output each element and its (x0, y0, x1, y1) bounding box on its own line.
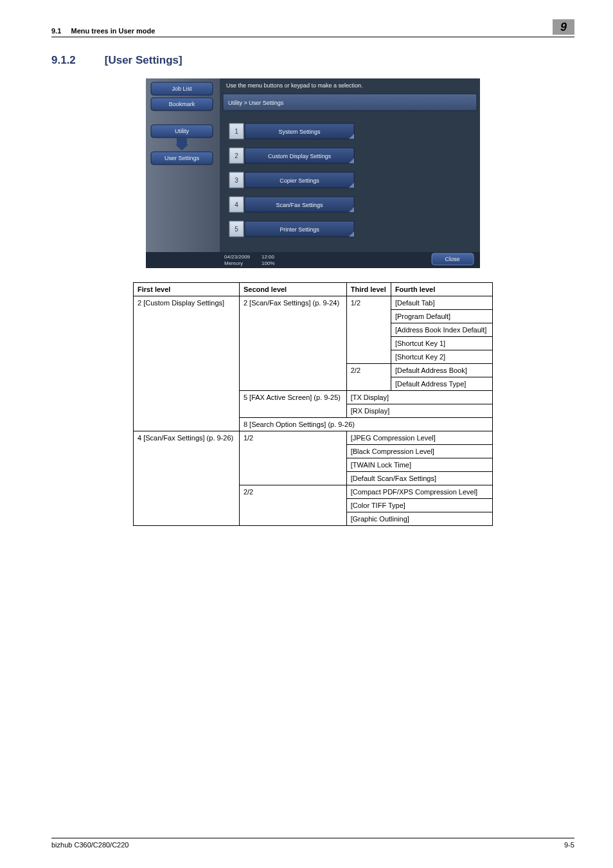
svg-text:Job List: Job List (172, 86, 192, 92)
tab-bookmark[interactable]: Bookmark (151, 98, 213, 111)
breadcrumb: Utility > User Settings (228, 100, 284, 106)
svg-rect-9 (177, 138, 187, 145)
cell-third-a: [Default Tab] (391, 296, 492, 310)
section-heading: 9.1.2 [User Settings] (51, 54, 574, 67)
cell-third-d: [Shortcut Key 1] (391, 337, 492, 350)
svg-text:5: 5 (235, 226, 238, 233)
cell-third-c: [Address Book Index Default] (391, 323, 492, 337)
svg-rect-38 (146, 252, 480, 268)
footer-left: bizhub C360/C280/C220 (51, 841, 129, 849)
cell-second-1: 2 [Scan/Fax Settings] (p. 9-24) (239, 296, 346, 391)
svg-text:Bookmark: Bookmark (169, 101, 195, 107)
cell-first-2: 4 [Scan/Fax Settings] (p. 9-26) (134, 431, 240, 526)
svg-text:Printer Settings: Printer Settings (280, 226, 319, 233)
cell-second-2: 5 [FAX Active Screen] (p. 9-25) (239, 391, 346, 418)
chapter-badge: 9 (553, 19, 574, 35)
th-fourth: Fourth level (391, 283, 492, 296)
cell-4f: [Color TIFF Type] (346, 499, 492, 512)
th-second: Second level (239, 283, 346, 296)
cell-rx: [RX Display] (346, 404, 492, 418)
menu-item-2[interactable]: 2Custom Display Settings (229, 148, 354, 163)
cell-4c: [TWAIN Lock Time] (346, 458, 492, 472)
cell-third-f: [Default Address Book] (391, 364, 492, 377)
svg-text:Custom Display Settings: Custom Display Settings (268, 153, 332, 159)
footer-date: 04/23/2009 (224, 254, 251, 260)
th-first: First level (134, 283, 240, 296)
footer-mem-label: Memory (224, 260, 243, 266)
cell-second-page1: 1/2 (239, 431, 346, 485)
cell-third-page2: 2/2 (346, 364, 391, 391)
footer-time: 12:00 (262, 254, 275, 260)
menu-item-3[interactable]: 3Copier Settings (229, 172, 354, 188)
close-button[interactable]: Close (432, 253, 474, 265)
cell-4d: [Default Scan/Fax Settings] (346, 472, 492, 485)
tab-job-list[interactable]: Job List (151, 82, 213, 95)
svg-text:System Settings: System Settings (278, 129, 321, 135)
section-title: [User Settings] (105, 54, 182, 66)
svg-text:2: 2 (235, 152, 238, 159)
page-footer: bizhub C360/C280/C220 9-5 (51, 838, 574, 849)
cell-4e: [Compact PDF/XPS Compression Level] (346, 485, 492, 499)
cell-4b: [Black Compression Level] (346, 445, 492, 458)
th-third: Third level (346, 283, 391, 296)
cell-third-b: [Program Default] (391, 310, 492, 323)
menu-item-4[interactable]: 4Scan/Fax Settings (229, 197, 354, 212)
header-section-title: Menu trees in User mode (71, 27, 155, 35)
cell-third-e: [Shortcut Key 2] (391, 350, 492, 364)
hint-text: Use the menu buttons or keypad to make a… (226, 82, 363, 89)
tab-user-settings[interactable]: User Settings (151, 152, 213, 165)
cell-tx: [TX Display] (346, 391, 492, 404)
section-number: 9.1.2 (51, 54, 102, 67)
svg-text:3: 3 (235, 177, 238, 184)
utility-screenshot: Use the menu buttons or keypad to make a… (146, 78, 480, 268)
cell-4g: [Graphic Outlining] (346, 512, 492, 526)
svg-text:Copier Settings: Copier Settings (280, 177, 319, 184)
svg-text:1: 1 (235, 128, 238, 135)
cell-third-g: [Default Address Type] (391, 377, 492, 391)
cell-4a: [JPEG Compression Level] (346, 431, 492, 445)
page-header: 9.1 Menu trees in User mode 9 (51, 19, 574, 37)
svg-text:Close: Close (445, 256, 459, 262)
cell-first-1: 2 [Custom Display Settings] (134, 296, 240, 431)
menu-tree-table: First level Second level Third level Fou… (133, 282, 493, 526)
tab-utility[interactable]: Utility (151, 125, 213, 138)
header-section-number: 9.1 (51, 27, 61, 35)
svg-text:4: 4 (235, 201, 238, 208)
menu-item-5[interactable]: 5Printer Settings (229, 221, 354, 237)
cell-second-page2: 2/2 (239, 485, 346, 526)
menu-item-1[interactable]: 1System Settings (229, 123, 354, 139)
svg-text:Utility: Utility (175, 128, 189, 134)
svg-text:User Settings: User Settings (164, 155, 200, 161)
cell-search-opt: 8 [Search Option Settings] (p. 9-26) (239, 418, 492, 431)
cell-third-page1: 1/2 (346, 296, 391, 364)
svg-text:Scan/Fax Settings: Scan/Fax Settings (276, 202, 323, 208)
footer-right: 9-5 (564, 841, 574, 849)
footer-mem-val: 100% (262, 260, 274, 266)
